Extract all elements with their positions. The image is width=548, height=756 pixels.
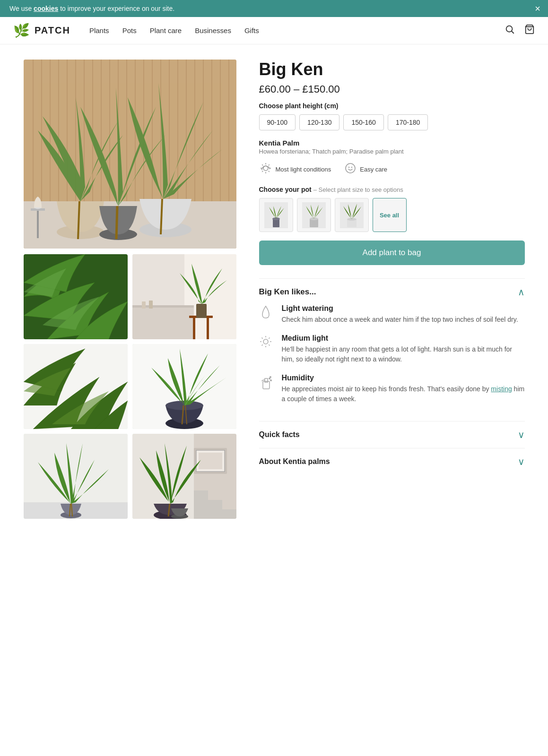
nav-businesses[interactable]: Businesses xyxy=(195,26,231,34)
about-kentia-section: About Kentia palms ∨ xyxy=(259,448,525,475)
thumbnail-grid xyxy=(24,254,236,519)
thumb-4[interactable] xyxy=(132,344,236,429)
quick-facts-toggle[interactable]: Quick facts ∨ xyxy=(259,429,525,440)
svg-line-68 xyxy=(268,164,269,165)
svg-point-82 xyxy=(263,339,268,344)
logo-icon: 🌿 xyxy=(13,23,31,38)
likes-item-humidity: Humidity He appreciates moist air to kee… xyxy=(259,374,525,404)
main-nav: Plants Pots Plant care Businesses Gifts xyxy=(89,26,259,34)
big-ken-likes-section: Big Ken likes... ∧ Light watering Check … xyxy=(259,278,525,421)
svg-line-66 xyxy=(262,164,263,165)
search-button[interactable] xyxy=(505,24,515,37)
svg-point-93 xyxy=(269,378,270,379)
thumb-5[interactable] xyxy=(24,434,128,519)
care-ease-text: Easy care xyxy=(360,166,387,173)
humidity-icon xyxy=(259,375,274,404)
likes-items: Light watering Check him about once a we… xyxy=(259,298,525,404)
height-option-120-130[interactable]: 120-130 xyxy=(299,114,339,130)
quick-facts-chevron: ∨ xyxy=(518,429,525,440)
site-header: 🌿 PATCH Plants Pots Plant care Businesse… xyxy=(0,17,548,44)
svg-line-67 xyxy=(268,171,269,172)
main-container: Big Ken £60.00 – £150.00 Choose plant he… xyxy=(14,44,534,534)
nav-gifts[interactable]: Gifts xyxy=(244,26,259,34)
care-item-ease: Easy care xyxy=(344,162,387,177)
quick-facts-title: Quick facts xyxy=(259,430,300,439)
svg-rect-32 xyxy=(37,210,39,238)
height-option-90-100[interactable]: 90-100 xyxy=(259,114,296,130)
light-content: Medium light He'll be happiest in any ro… xyxy=(282,334,525,364)
watering-title: Light watering xyxy=(282,304,518,313)
humidity-desc: He appreciates moist air to keep his fro… xyxy=(282,384,525,404)
svg-point-70 xyxy=(346,163,355,173)
watering-desc: Check him about once a week and water hi… xyxy=(282,315,518,325)
watering-content: Light watering Check him about once a we… xyxy=(282,304,518,325)
svg-rect-45 xyxy=(142,301,146,309)
plant-common-name: Kentia Palm xyxy=(259,139,525,147)
about-kentia-title: About Kentia palms xyxy=(259,457,330,466)
svg-rect-43 xyxy=(207,318,209,339)
care-item-light: Most light conditions xyxy=(259,162,331,177)
thumb-3[interactable] xyxy=(24,344,128,429)
thumb-1[interactable] xyxy=(24,254,128,339)
watering-icon xyxy=(259,305,274,325)
height-section-label: Choose plant height (cm) xyxy=(259,102,525,110)
care-light-text: Most light conditions xyxy=(276,166,331,173)
likes-chevron: ∧ xyxy=(518,286,525,298)
easy-care-icon xyxy=(344,162,357,177)
light-conditions-icon xyxy=(259,162,272,177)
site-logo[interactable]: 🌿 PATCH xyxy=(13,23,70,38)
bag-icon xyxy=(524,24,535,34)
pot-section-label: Choose your pot – Select plant size to s… xyxy=(259,186,525,193)
svg-line-89 xyxy=(269,338,270,339)
cookie-link[interactable]: cookies xyxy=(34,5,58,12)
pot-option-3[interactable] xyxy=(335,198,369,232)
images-column xyxy=(24,60,236,519)
humidity-title: Humidity xyxy=(282,374,525,382)
cookie-close-button[interactable]: × xyxy=(535,4,540,13)
bag-button[interactable] xyxy=(524,24,535,37)
pot-option-1[interactable] xyxy=(259,198,293,232)
big-ken-likes-toggle[interactable]: Big Ken likes... ∧ xyxy=(259,286,525,298)
light-title: Medium light xyxy=(282,334,525,343)
svg-point-95 xyxy=(270,377,270,378)
svg-point-72 xyxy=(351,167,352,168)
svg-rect-42 xyxy=(193,318,195,339)
svg-line-69 xyxy=(262,171,263,172)
svg-point-71 xyxy=(348,167,349,168)
see-all-pots-button[interactable]: See all xyxy=(373,198,407,232)
likes-item-watering: Light watering Check him about once a we… xyxy=(259,304,525,325)
svg-line-87 xyxy=(261,338,262,339)
main-product-image xyxy=(24,60,236,249)
plant-name-block: Kentia Palm Howea forsteriana; Thatch pa… xyxy=(259,139,525,155)
svg-point-94 xyxy=(270,380,271,381)
main-image-svg xyxy=(24,60,236,249)
svg-rect-40 xyxy=(132,305,194,308)
height-options: 90-100 120-130 150-160 170-180 xyxy=(259,114,525,130)
svg-line-1 xyxy=(512,31,513,33)
add-to-bag-button[interactable]: Add plant to bag xyxy=(259,241,525,265)
height-option-150-160[interactable]: 150-160 xyxy=(343,114,383,130)
svg-rect-39 xyxy=(132,306,194,339)
light-desc: He'll be happiest in any room that gets … xyxy=(282,344,525,364)
nav-pots[interactable]: Pots xyxy=(122,26,137,34)
nav-plants[interactable]: Plants xyxy=(89,26,109,34)
medium-light-icon xyxy=(259,335,274,364)
about-kentia-toggle[interactable]: About Kentia palms ∨ xyxy=(259,456,525,467)
likes-item-light: Medium light He'll be happiest in any ro… xyxy=(259,334,525,364)
product-column: Big Ken £60.00 – £150.00 Choose plant he… xyxy=(259,60,525,519)
svg-rect-58 xyxy=(199,453,222,469)
search-icon xyxy=(505,24,515,34)
thumb-6[interactable] xyxy=(132,434,236,519)
nav-plant-care[interactable]: Plant care xyxy=(150,26,182,34)
pot-option-2[interactable] xyxy=(297,198,331,232)
svg-point-0 xyxy=(506,26,513,32)
product-price: £60.00 – £150.00 xyxy=(259,83,525,95)
misting-link[interactable]: misting xyxy=(491,385,512,393)
humidity-content: Humidity He appreciates moist air to kee… xyxy=(282,374,525,404)
thumb-2[interactable] xyxy=(132,254,236,339)
svg-rect-46 xyxy=(149,301,153,309)
product-title: Big Ken xyxy=(259,60,525,79)
height-option-170-180[interactable]: 170-180 xyxy=(388,114,428,130)
pot-options: See all xyxy=(259,198,525,232)
plant-latin-name: Howea forsteriana; Thatch palm; Paradise… xyxy=(259,148,525,155)
